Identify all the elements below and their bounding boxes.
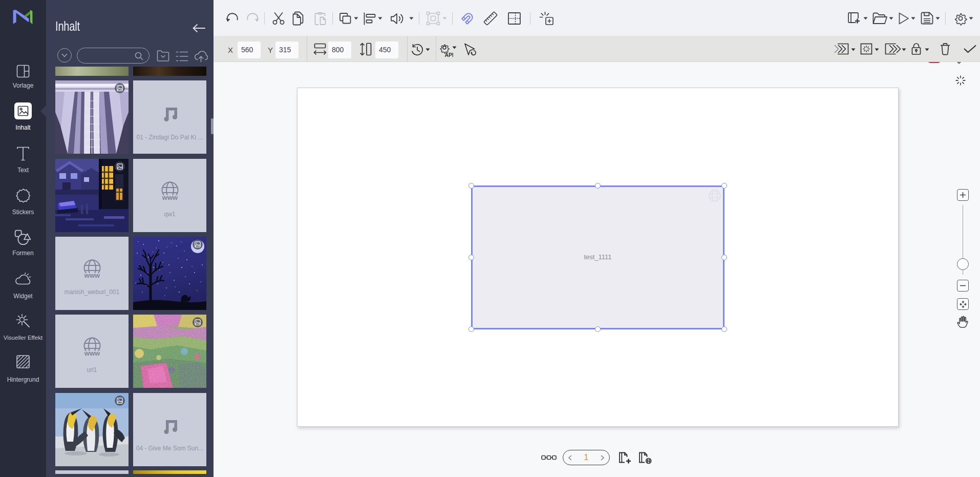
svg-text:www: www: [162, 194, 178, 201]
svg-text:www: www: [84, 272, 100, 279]
svg-text:API: API: [445, 52, 454, 58]
svg-text:www: www: [84, 349, 100, 357]
